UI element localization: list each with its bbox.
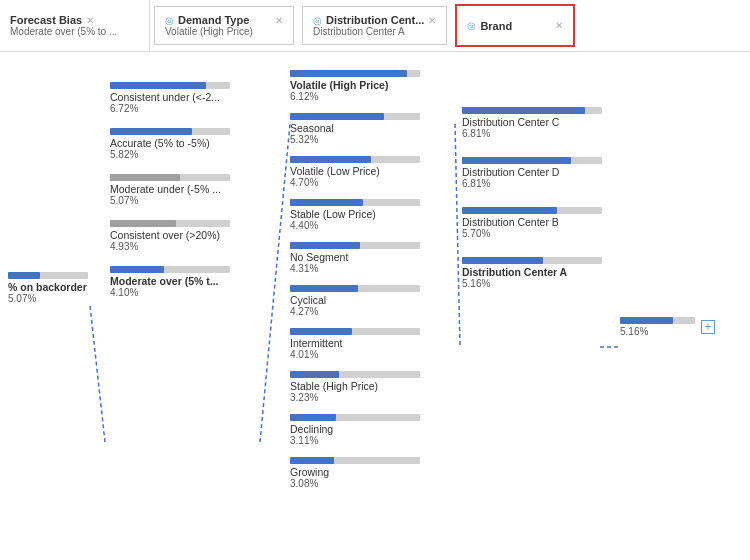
dist-node-0[interactable]: Distribution Center C 6.81% bbox=[462, 107, 632, 139]
d0-value: 6.12% bbox=[290, 91, 450, 102]
demand-node-2[interactable]: Volatile (Low Price) 4.70% bbox=[290, 156, 450, 188]
plus-icon: + bbox=[704, 321, 711, 333]
demand-node-6[interactable]: Intermittent 4.01% bbox=[290, 328, 450, 360]
demand-node-3[interactable]: Stable (Low Price) 4.40% bbox=[290, 199, 450, 231]
forecast-node-0[interactable]: Consistent under (<-2... 6.72% bbox=[110, 82, 265, 114]
fc2-value: 5.07% bbox=[110, 195, 265, 206]
d2-value: 4.70% bbox=[290, 177, 450, 188]
demand-type-icon: ◎ bbox=[165, 15, 174, 26]
dc0-label: Distribution Center C bbox=[462, 116, 632, 128]
dc3-label: Distribution Center A bbox=[462, 266, 632, 278]
dc2-label: Distribution Center B bbox=[462, 216, 632, 228]
fc0-value: 6.72% bbox=[110, 103, 265, 114]
demand-col: Volatile (High Price) 6.12% Seasonal 5.3… bbox=[290, 70, 450, 500]
forecast-bias-filter[interactable]: Forecast Bias ✕ Moderate over (5% to ... bbox=[0, 0, 150, 51]
root-value: 5.07% bbox=[8, 293, 108, 304]
fc2-label: Moderate under (-5% ... bbox=[110, 183, 265, 195]
demand-node-8[interactable]: Declining 3.11% bbox=[290, 414, 450, 446]
brand-col: 5.16% + bbox=[620, 317, 740, 337]
demand-node-7[interactable]: Stable (High Price) 3.23% bbox=[290, 371, 450, 403]
d5-label: Cyclical bbox=[290, 294, 450, 306]
demand-type-filter[interactable]: ◎ Demand Type ✕ Volatile (High Price) bbox=[154, 6, 294, 45]
distribution-center-filter[interactable]: ◎ Distribution Cent... ✕ Distribution Ce… bbox=[302, 6, 447, 45]
dc1-label: Distribution Center D bbox=[462, 166, 632, 178]
forecast-node-1[interactable]: Accurate (5% to -5%) 5.82% bbox=[110, 128, 265, 160]
brand-filter[interactable]: ◎ Brand ✕ bbox=[455, 4, 575, 47]
add-brand-button[interactable]: + bbox=[701, 320, 715, 334]
d9-value: 3.08% bbox=[290, 478, 450, 489]
forecast-col: Consistent under (<-2... 6.72% Accurate … bbox=[110, 82, 265, 312]
dist-center-icon: ◎ bbox=[313, 15, 322, 26]
forecast-node-4[interactable]: Moderate over (5% t... 4.10% bbox=[110, 266, 265, 298]
d2-label: Volatile (Low Price) bbox=[290, 165, 450, 177]
demand-type-label: Demand Type bbox=[178, 14, 271, 26]
d1-value: 5.32% bbox=[290, 134, 450, 145]
forecast-node-3[interactable]: Consistent over (>20%) 4.93% bbox=[110, 220, 265, 252]
d3-label: Stable (Low Price) bbox=[290, 208, 450, 220]
d4-value: 4.31% bbox=[290, 263, 450, 274]
dist-node-3[interactable]: Distribution Center A 5.16% bbox=[462, 257, 632, 289]
fc3-label: Consistent over (>20%) bbox=[110, 229, 265, 241]
demand-node-9[interactable]: Growing 3.08% bbox=[290, 457, 450, 489]
brand-close[interactable]: ✕ bbox=[555, 20, 563, 31]
svg-line-2 bbox=[455, 124, 460, 347]
root-node-col: % on backorder 5.07% bbox=[8, 272, 108, 304]
d6-label: Intermittent bbox=[290, 337, 450, 349]
brand-label: Brand bbox=[480, 20, 551, 32]
root-node: % on backorder 5.07% bbox=[8, 272, 108, 304]
demand-node-4[interactable]: No Segment 4.31% bbox=[290, 242, 450, 274]
brand-icon: ◎ bbox=[467, 20, 476, 31]
d6-value: 4.01% bbox=[290, 349, 450, 360]
forecast-bias-label: Forecast Bias bbox=[10, 14, 82, 26]
fc1-label: Accurate (5% to -5%) bbox=[110, 137, 265, 149]
d7-label: Stable (High Price) bbox=[290, 380, 450, 392]
forecast-node-2[interactable]: Moderate under (-5% ... 5.07% bbox=[110, 174, 265, 206]
fc1-value: 5.82% bbox=[110, 149, 265, 160]
demand-node-0[interactable]: Volatile (High Price) 6.12% bbox=[290, 70, 450, 102]
root-label: % on backorder bbox=[8, 281, 108, 293]
dc1-value: 6.81% bbox=[462, 178, 632, 189]
forecast-bias-close[interactable]: ✕ bbox=[86, 15, 94, 26]
dist-center-label: Distribution Cent... bbox=[326, 14, 424, 26]
d0-label: Volatile (High Price) bbox=[290, 79, 450, 91]
dist-center-close[interactable]: ✕ bbox=[428, 15, 436, 26]
dist-center-value: Distribution Center A bbox=[313, 26, 436, 37]
fc0-label: Consistent under (<-2... bbox=[110, 91, 265, 103]
d5-value: 4.27% bbox=[290, 306, 450, 317]
demand-node-5[interactable]: Cyclical 4.27% bbox=[290, 285, 450, 317]
fc3-value: 4.93% bbox=[110, 241, 265, 252]
demand-type-value: Volatile (High Price) bbox=[165, 26, 283, 37]
demand-type-close[interactable]: ✕ bbox=[275, 15, 283, 26]
fc4-label: Moderate over (5% t... bbox=[110, 275, 265, 287]
dc2-value: 5.70% bbox=[462, 228, 632, 239]
dist-node-2[interactable]: Distribution Center B 5.70% bbox=[462, 207, 632, 239]
d8-label: Declining bbox=[290, 423, 450, 435]
demand-node-1[interactable]: Seasonal 5.32% bbox=[290, 113, 450, 145]
d7-value: 3.23% bbox=[290, 392, 450, 403]
svg-line-0 bbox=[90, 306, 105, 442]
forecast-bias-value: Moderate over (5% to ... bbox=[10, 26, 139, 37]
dc0-value: 6.81% bbox=[462, 128, 632, 139]
d3-value: 4.40% bbox=[290, 220, 450, 231]
dist-node-1[interactable]: Distribution Center D 6.81% bbox=[462, 157, 632, 189]
dc3-value: 5.16% bbox=[462, 278, 632, 289]
brand-bar-node: 5.16% bbox=[620, 317, 695, 337]
dist-col: Distribution Center C 6.81% Distribution… bbox=[462, 107, 632, 307]
d4-label: No Segment bbox=[290, 251, 450, 263]
d1-label: Seasonal bbox=[290, 122, 450, 134]
d9-label: Growing bbox=[290, 466, 450, 478]
fc4-value: 4.10% bbox=[110, 287, 265, 298]
d8-value: 3.11% bbox=[290, 435, 450, 446]
brand-bar-value: 5.16% bbox=[620, 326, 695, 337]
